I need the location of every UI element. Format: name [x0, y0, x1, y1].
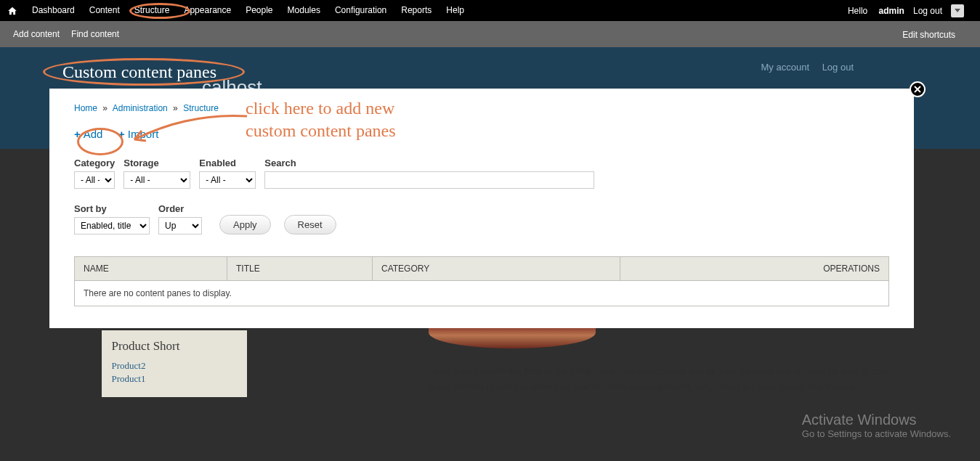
hello-label: Hello admin — [848, 6, 904, 16]
breadcrumb-sep: » — [102, 103, 108, 113]
sidebar-block-title: Product Short — [112, 339, 237, 354]
add-link[interactable]: +Add — [74, 128, 102, 140]
sidebar-link-product2[interactable]: Product2 — [112, 359, 237, 372]
filter-buttons: Apply Reset — [219, 203, 336, 234]
watermark-title: Activate Windows — [802, 412, 951, 428]
food-image — [429, 327, 596, 348]
table-row: There are no content panes to display. — [75, 281, 889, 306]
storage-label: Storage — [123, 158, 190, 168]
nav-people[interactable]: People — [238, 0, 280, 21]
plus-icon: + — [74, 128, 81, 140]
breadcrumb-structure[interactable]: Structure — [183, 103, 219, 113]
breadcrumb-admin[interactable]: Administration — [113, 103, 168, 113]
sortby-label: Sort by — [74, 203, 150, 214]
empty-message: There are no content panes to display. — [75, 281, 889, 306]
filter-category: Category - All - — [74, 158, 115, 189]
nav-modules[interactable]: Modules — [280, 0, 328, 21]
col-category[interactable]: CATEGORY — [373, 257, 620, 281]
enabled-select[interactable]: - All - — [199, 171, 256, 189]
order-select[interactable]: Up — [158, 217, 202, 234]
search-input[interactable] — [264, 171, 594, 189]
filter-sortby: Sort by Enabled, title — [74, 203, 150, 234]
col-name[interactable]: NAME — [75, 257, 227, 281]
content-panes-table: NAME TITLE CATEGORY OPERATIONS There are… — [74, 256, 889, 306]
order-label: Order — [158, 203, 202, 214]
table-header-row: NAME TITLE CATEGORY OPERATIONS — [75, 257, 889, 281]
shortcut-add-content[interactable]: Add content — [13, 29, 60, 39]
admin-user-area: Hello admin Log out — [848, 4, 973, 17]
col-operations[interactable]: OPERATIONS — [620, 257, 889, 281]
filter-search: Search — [264, 158, 594, 189]
filter-storage: Storage - All - — [123, 158, 190, 189]
nav-help[interactable]: Help — [439, 0, 471, 21]
import-link[interactable]: +Import — [118, 128, 158, 140]
close-icon[interactable] — [910, 81, 926, 97]
search-label: Search — [264, 158, 594, 168]
admin-toolbar: Dashboard Content Structure Appearance P… — [0, 0, 980, 21]
plus-icon: + — [118, 128, 125, 140]
nav-reports[interactable]: Reports — [394, 0, 439, 21]
col-title[interactable]: TITLE — [227, 257, 373, 281]
shortcuts-right: Edit shortcuts — [902, 29, 967, 40]
nav-dashboard[interactable]: Dashboard — [25, 0, 82, 21]
sortby-select[interactable]: Enabled, title — [74, 217, 150, 234]
filter-enabled: Enabled - All - — [199, 158, 256, 189]
breadcrumb-sep: » — [173, 103, 178, 113]
shortcuts-bar: Add content Find content Edit shortcuts — [0, 21, 980, 47]
overlay-modal: Custom content panes Home » Administrati… — [49, 62, 914, 328]
toolbar-dropdown-toggle[interactable] — [951, 4, 964, 17]
sidebar-link-product1[interactable]: Product1 — [112, 372, 237, 385]
admin-nav: Dashboard Content Structure Appearance P… — [25, 0, 471, 21]
windows-watermark: Activate Windows Go to Settings to activ… — [802, 412, 951, 439]
filters-row-2: Sort by Enabled, title Order Up Apply Re… — [74, 203, 889, 234]
watermark-subtitle: Go to Settings to activate Windows. — [802, 428, 951, 439]
enabled-label: Enabled — [199, 158, 256, 168]
reset-button[interactable]: Reset — [284, 215, 336, 234]
shortcut-find-content[interactable]: Find content — [71, 29, 119, 39]
nav-content[interactable]: Content — [82, 0, 127, 21]
apply-button[interactable]: Apply — [219, 215, 271, 234]
filters-row-1: Category - All - Storage - All - Enabled… — [74, 158, 889, 189]
home-icon[interactable] — [7, 6, 17, 16]
action-links: +Add +Import — [74, 128, 889, 140]
edit-shortcuts-link[interactable]: Edit shortcuts — [902, 30, 955, 40]
page-title: Custom content panes — [49, 62, 914, 82]
category-label: Category — [74, 158, 115, 168]
nav-appearance[interactable]: Appearance — [177, 0, 238, 21]
breadcrumb: Home » Administration » Structure — [74, 103, 889, 113]
filter-order: Order Up — [158, 203, 202, 234]
sidebar-block: Product Short Product2 Product1 — [102, 330, 247, 397]
storage-select[interactable]: - All - — [123, 171, 190, 189]
category-select[interactable]: - All - — [74, 171, 115, 189]
nav-configuration[interactable]: Configuration — [328, 0, 394, 21]
admin-logout-link[interactable]: Log out — [913, 6, 942, 16]
background-paragraph: Close your cookbooks, look in the fridge… — [429, 363, 981, 394]
breadcrumb-home[interactable]: Home — [74, 103, 97, 113]
nav-structure[interactable]: Structure — [127, 0, 177, 21]
